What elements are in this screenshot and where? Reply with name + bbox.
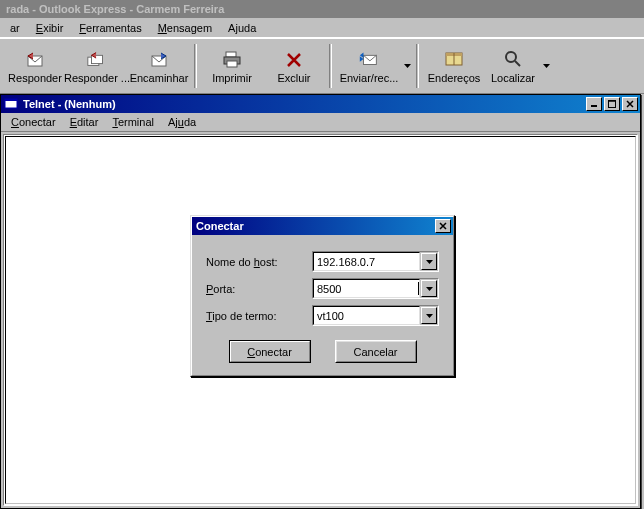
find-dropdown[interactable] [541, 64, 551, 68]
telnet-app-icon [3, 96, 19, 112]
toolbar-separator [194, 44, 197, 88]
reply-all-button[interactable]: Responder ... [66, 42, 128, 90]
reply-button[interactable]: Responder [4, 42, 66, 90]
term-dropdown-button[interactable] [421, 307, 437, 324]
telnet-menu-conectar[interactable]: Conectar [5, 114, 62, 130]
send-recv-label: Enviar/rec... [340, 72, 399, 84]
dialog-title-text: Conectar [196, 220, 435, 232]
send-recv-icon [358, 49, 380, 69]
addresses-label: Endereços [428, 72, 481, 84]
host-combo[interactable] [312, 251, 439, 272]
print-label: Imprimir [212, 72, 252, 84]
find-icon [502, 49, 524, 69]
telnet-menu-terminal[interactable]: Terminal [106, 114, 160, 130]
reply-all-label: Responder ... [64, 72, 130, 84]
connect-button[interactable]: Conectar [229, 340, 311, 363]
term-combo[interactable] [312, 305, 439, 326]
host-label: Nome do host: [206, 256, 312, 268]
print-icon [221, 49, 243, 69]
print-button[interactable]: Imprimir [201, 42, 263, 90]
svg-line-12 [515, 61, 520, 66]
delete-icon [283, 49, 305, 69]
delete-button[interactable]: Excluir [263, 42, 325, 90]
outlook-toolbar: Responder Responder ... Encaminhar Impri… [0, 38, 644, 94]
svg-point-11 [506, 52, 516, 62]
forward-icon [148, 49, 170, 69]
outlook-title-bar: rada - Outlook Express - Carmem Ferreira [0, 0, 644, 18]
svg-rect-14 [5, 99, 17, 101]
addresses-button[interactable]: Endereços [423, 42, 485, 90]
minimize-button[interactable] [586, 97, 602, 111]
cancel-button[interactable]: Cancelar [335, 340, 417, 363]
port-dropdown-button[interactable] [421, 280, 437, 297]
term-input[interactable] [314, 307, 419, 324]
send-recv-button[interactable]: Enviar/rec... [336, 42, 402, 90]
dialog-title-bar[interactable]: Conectar [192, 217, 453, 235]
host-dropdown-button[interactable] [421, 253, 437, 270]
forward-label: Encaminhar [130, 72, 189, 84]
menu-item-ajuda[interactable]: Ajuda [222, 20, 262, 36]
toolbar-separator [329, 44, 332, 88]
find-label: Localizar [491, 72, 535, 84]
find-button[interactable]: Localizar [485, 42, 541, 90]
telnet-menu-bar: Conectar Editar Terminal Ajuda [1, 113, 640, 132]
toolbar-separator [416, 44, 419, 88]
svg-rect-4 [226, 52, 236, 57]
maximize-button[interactable] [604, 97, 620, 111]
telnet-title-bar[interactable]: Telnet - (Nenhum) [1, 95, 640, 113]
telnet-menu-ajuda[interactable]: Ajuda [162, 114, 202, 130]
telnet-title-text: Telnet - (Nenhum) [21, 98, 586, 110]
reply-all-icon [86, 49, 108, 69]
dialog-body: Nome do host: Porta: Tipo de termo: Cone… [192, 235, 453, 375]
forward-button[interactable]: Encaminhar [128, 42, 190, 90]
addresses-icon [443, 49, 465, 69]
outlook-title-text: rada - Outlook Express - Carmem Ferreira [6, 3, 224, 15]
menu-item-ferramentas[interactable]: Ferramentas [73, 20, 147, 36]
send-recv-dropdown[interactable] [402, 64, 412, 68]
menu-item-exibir[interactable]: Exibir [30, 20, 70, 36]
svg-rect-6 [227, 61, 237, 67]
text-caret [418, 282, 419, 295]
connect-dialog: Conectar Nome do host: Porta: Tipo de te… [190, 215, 455, 377]
term-label: Tipo de termo: [206, 310, 312, 322]
telnet-menu-editar[interactable]: Editar [64, 114, 105, 130]
outlook-menu-bar: ar Exibir Ferramentas Mensagem Ajuda [0, 18, 644, 38]
port-label: Porta: [206, 283, 312, 295]
reply-icon [24, 49, 46, 69]
port-combo[interactable] [312, 278, 439, 299]
host-input[interactable] [314, 253, 419, 270]
menu-item-mensagem[interactable]: Mensagem [152, 20, 218, 36]
dialog-close-button[interactable] [435, 219, 451, 233]
menu-item[interactable]: ar [4, 20, 26, 36]
delete-label: Excluir [277, 72, 310, 84]
port-input[interactable] [314, 280, 417, 297]
close-button[interactable] [622, 97, 638, 111]
reply-label: Responder [8, 72, 62, 84]
